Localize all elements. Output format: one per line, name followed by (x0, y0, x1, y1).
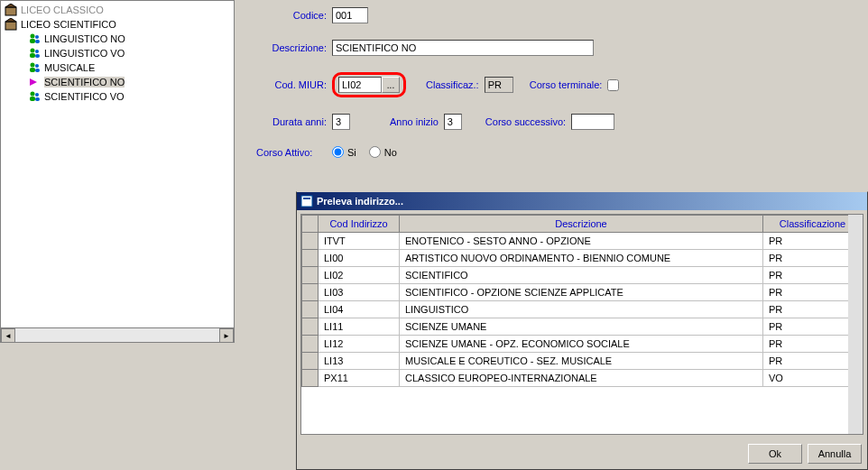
tree-root-item[interactable]: LICEO CLASSICO (3, 3, 232, 17)
cell-cod: LI11 (319, 318, 400, 336)
table-row[interactable]: LI02SCIENTIFICOPR (302, 267, 863, 284)
scroll-track[interactable] (15, 328, 219, 342)
tree-item-label: SCIENTIFICO VO (44, 91, 125, 102)
svg-rect-22 (303, 198, 310, 199)
row-selector[interactable] (302, 370, 319, 387)
svg-rect-11 (35, 54, 40, 58)
svg-marker-3 (5, 18, 16, 22)
row-selector[interactable] (302, 267, 319, 284)
svg-point-4 (31, 34, 35, 39)
svg-marker-1 (5, 4, 16, 7)
col-cod-indirizzo[interactable]: Cod Indirizzo (319, 216, 400, 233)
dialog-titlebar[interactable]: Preleva indirizzo... (297, 192, 867, 210)
table-row[interactable]: LI12SCIENZE UMANE - OPZ. ECONOMICO SOCIA… (302, 336, 863, 353)
vertical-scrollbar[interactable] (848, 215, 863, 434)
cell-desc: LINGUISTICO (400, 301, 763, 318)
classificaz-input (485, 77, 513, 93)
tree-child-item[interactable]: LINGUISTICO VO (3, 46, 232, 60)
svg-point-10 (35, 50, 39, 53)
si-label: Si (347, 147, 356, 158)
svg-marker-16 (30, 78, 37, 86)
table-row[interactable]: ITVTENOTENICO - SESTO ANNO - OPZIONEPR (302, 233, 863, 250)
cell-class: PR (763, 353, 863, 370)
table-row[interactable]: PX11CLASSICO EUROPEO-INTERNAZIONALEVO (302, 370, 863, 387)
col-classificazione[interactable]: Classificazione (763, 216, 863, 233)
tree-item-label: LINGUISTICO VO (44, 48, 125, 59)
svg-point-12 (31, 63, 35, 68)
cell-class: PR (763, 250, 863, 267)
row-selector[interactable] (302, 250, 319, 267)
scroll-right-button[interactable]: ► (219, 328, 234, 343)
school-icon (5, 18, 17, 31)
tree-panel: LICEO CLASSICO LICEO SCIENTIFICO LINGUIS… (0, 0, 235, 343)
tree-root-item[interactable]: LICEO SCIENTIFICO (3, 17, 232, 32)
arrow-icon (28, 76, 41, 88)
row-selector[interactable] (302, 318, 319, 336)
tree-label: LICEO SCIENTIFICO (21, 19, 116, 30)
svg-point-6 (35, 35, 39, 39)
no-label: No (384, 147, 397, 158)
form-panel: Codice: Descrizione: Cod. MIUR: ... Clas… (238, 0, 868, 180)
cell-cod: LI13 (319, 353, 400, 370)
cod-miur-highlight: ... (332, 72, 406, 97)
cell-cod: LI04 (319, 301, 400, 318)
svg-rect-2 (5, 22, 16, 30)
tree-item-label: MUSICALE (44, 62, 95, 73)
svg-rect-18 (30, 97, 35, 101)
ok-button[interactable]: Ok (748, 444, 802, 464)
cell-desc: ENOTENICO - SESTO ANNO - OPZIONE (400, 233, 763, 250)
cell-desc: SCIENZE UMANE (400, 318, 763, 336)
col-descrizione[interactable]: Descrizione (400, 216, 763, 233)
tree-child-item[interactable]: LINGUISTICO NO (3, 32, 232, 46)
row-selector[interactable] (302, 353, 319, 370)
row-selector[interactable] (302, 336, 319, 353)
table-row[interactable]: LI04LINGUISTICOPR (302, 301, 863, 318)
anno-inizio-label: Anno inizio (390, 116, 439, 127)
person-icon (28, 47, 41, 60)
tree-child-item[interactable]: MUSICALE (3, 60, 232, 75)
row-selector[interactable] (302, 233, 319, 250)
cell-cod: LI12 (319, 336, 400, 353)
svg-point-17 (31, 92, 35, 97)
preleva-indirizzo-dialog: Preleva indirizzo... Cod Indirizzo Descr… (296, 191, 868, 470)
cod-miur-input[interactable] (338, 77, 382, 93)
annulla-button[interactable]: Annulla (808, 444, 862, 464)
cod-miur-browse-button[interactable]: ... (382, 77, 400, 93)
row-selector[interactable] (302, 284, 319, 301)
cell-cod: LI03 (319, 284, 400, 301)
cell-cod: ITVT (319, 233, 400, 250)
table-row[interactable]: LI13MUSICALE E COREUTICO - SEZ. MUSICALE… (302, 353, 863, 370)
codice-input[interactable] (332, 7, 368, 23)
person-icon (28, 90, 41, 103)
cell-class: PR (763, 267, 863, 284)
svg-point-14 (35, 64, 39, 68)
table-row[interactable]: LI03SCIENTIFICO - OPZIONE SCIENZE APPLIC… (302, 284, 863, 301)
cell-class: PR (763, 233, 863, 250)
cell-desc: SCIENZE UMANE - OPZ. ECONOMICO SOCIALE (400, 336, 763, 353)
tree-child-item[interactable]: SCIENTIFICO NO (3, 75, 232, 89)
svg-rect-9 (30, 53, 35, 58)
svg-rect-5 (30, 39, 35, 43)
cell-desc: MUSICALE E COREUTICO - SEZ. MUSICALE (400, 353, 763, 370)
corso-successivo-label: Corso successivo: (485, 116, 566, 127)
corso-attivo-si-radio[interactable] (332, 146, 344, 158)
cell-cod: LI02 (319, 267, 400, 284)
horizontal-scrollbar[interactable]: ◄ ► (1, 327, 234, 342)
row-header-col (302, 216, 319, 233)
corso-successivo-input[interactable] (571, 114, 614, 130)
row-selector[interactable] (302, 301, 319, 318)
cell-class: PR (763, 318, 863, 336)
corso-terminale-checkbox[interactable] (607, 79, 619, 91)
corso-attivo-no-radio[interactable] (369, 146, 381, 158)
scroll-left-button[interactable]: ◄ (1, 328, 15, 343)
durata-anni-input[interactable] (332, 114, 350, 130)
anno-inizio-input[interactable] (444, 114, 462, 130)
table-row[interactable]: LI11SCIENZE UMANEPR (302, 318, 863, 336)
svg-rect-21 (301, 196, 312, 207)
descrizione-input[interactable] (332, 40, 594, 56)
dialog-title: Preleva indirizzo... (317, 196, 403, 207)
grid-container: Cod Indirizzo Descrizione Classificazion… (300, 214, 863, 435)
table-row[interactable]: LI00ARTISTICO NUOVO ORDINAMENTO - BIENNI… (302, 250, 863, 267)
tree-child-item[interactable]: SCIENTIFICO VO (3, 89, 232, 104)
cell-desc: CLASSICO EUROPEO-INTERNAZIONALE (400, 370, 763, 387)
